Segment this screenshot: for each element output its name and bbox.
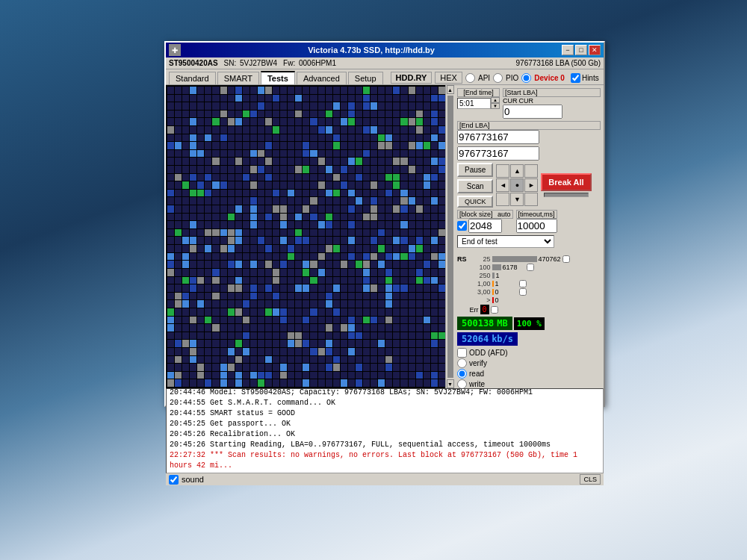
break-all-button[interactable]: Break All	[541, 173, 591, 191]
arrow-dl[interactable]	[496, 193, 509, 206]
grid-cell	[258, 261, 264, 268]
hints-checkbox[interactable]	[571, 73, 580, 83]
log-area[interactable]: 20:44:45 Get passport... OK20:44:46 Mode…	[166, 388, 604, 473]
grid-cell	[303, 284, 309, 292]
grid-cell	[258, 166, 264, 173]
auto-checkbox[interactable]	[457, 221, 467, 231]
arrow-dr[interactable]	[524, 193, 538, 206]
end-test-select[interactable]: End of test	[457, 235, 554, 248]
quick-button[interactable]: QUICK	[457, 196, 493, 208]
grid-cell	[228, 300, 235, 308]
block-size-input[interactable]	[468, 219, 502, 233]
grid-cell	[356, 364, 362, 371]
hex-button[interactable]: HEX	[435, 72, 462, 84]
scroll-thumb[interactable]	[447, 96, 453, 378]
hdd-button[interactable]: HDD.RY	[391, 72, 433, 84]
grid-cell	[310, 269, 317, 276]
timeout-input[interactable]	[516, 219, 557, 233]
arrow-left[interactable]: ◄	[496, 178, 509, 192]
grid-cell	[409, 150, 415, 158]
grid-cell	[409, 197, 415, 205]
grid-cell	[243, 372, 249, 379]
err-cb[interactable]	[491, 306, 498, 314]
grid-cell	[220, 317, 227, 324]
pause-button[interactable]: Pause	[457, 163, 493, 177]
grid-cell	[378, 308, 385, 316]
grid-cell	[393, 197, 400, 205]
grid-cell	[400, 174, 407, 181]
tab-setup[interactable]: Setup	[348, 72, 383, 84]
grid-cell	[273, 102, 279, 110]
minimize-button[interactable]: −	[562, 45, 574, 55]
arrow-ur[interactable]	[524, 164, 538, 178]
grid-cell	[348, 118, 355, 125]
arrow-down[interactable]: ▼	[510, 193, 524, 206]
stat-3000-cb[interactable]	[519, 288, 527, 296]
scroll-up[interactable]: ▲	[447, 85, 454, 94]
maximize-button[interactable]: □	[575, 45, 587, 55]
grid-cell	[356, 150, 362, 158]
stat-3000: 3,00 0	[470, 288, 601, 296]
arrow-ul[interactable]	[496, 164, 509, 178]
tab-tests[interactable]: Tests	[261, 71, 295, 84]
device-radio[interactable]	[521, 73, 531, 83]
grid-cell	[416, 245, 423, 252]
grid-cell	[371, 166, 377, 173]
grid-cell	[393, 190, 400, 197]
grid-cell	[318, 102, 325, 110]
grid-cell	[212, 317, 219, 324]
grid-cell	[409, 317, 415, 324]
stat-25-bar	[492, 256, 537, 262]
grid-cell	[220, 261, 227, 268]
grid-cell	[220, 293, 227, 300]
tab-standard[interactable]: Standard	[169, 72, 216, 84]
end-time-down[interactable]: ▼	[491, 103, 500, 109]
end-time-spinbox[interactable]: ▲ ▼	[457, 97, 500, 109]
grid-cell	[378, 111, 385, 118]
stat-25-cb[interactable]	[562, 255, 570, 263]
tab-advanced[interactable]: Advanced	[297, 72, 347, 84]
grid-cell	[409, 158, 415, 165]
scroll-bar[interactable]: ▲ ▼	[445, 85, 454, 388]
close-button[interactable]: ✕	[589, 45, 601, 55]
read-radio[interactable]	[457, 369, 467, 379]
start-lba-input[interactable]	[503, 105, 562, 119]
verify-radio[interactable]	[457, 358, 467, 368]
grid-cell	[250, 293, 257, 300]
stat-100-cb[interactable]	[527, 264, 534, 271]
end-lba-input[interactable]	[457, 130, 539, 144]
end-time-input[interactable]	[457, 98, 491, 109]
cls-button[interactable]: CLS	[580, 474, 601, 485]
pio-radio[interactable]	[493, 73, 503, 83]
stat-1000-cb[interactable]	[519, 280, 527, 287]
grid-cell	[333, 174, 340, 181]
odd-checkbox[interactable]	[457, 348, 467, 358]
grid-cell	[220, 269, 227, 276]
grid-cell	[243, 87, 249, 94]
grid-cell	[280, 284, 287, 292]
arrow-right[interactable]: ►	[524, 178, 538, 192]
stat-25: 25 470762	[470, 255, 601, 263]
sound-checkbox[interactable]	[169, 475, 179, 485]
grid-cell	[295, 284, 302, 292]
grid-cell	[371, 308, 377, 316]
log-entry: 20:44:55 SMART status = GOOD	[170, 408, 600, 419]
grid-cell	[348, 364, 355, 371]
grid-cell	[205, 348, 211, 355]
scroll-down[interactable]: ▼	[447, 379, 454, 388]
tab-smart[interactable]: SMART	[217, 72, 259, 84]
write-radio[interactable]	[457, 379, 467, 388]
grid-cell	[385, 205, 392, 213]
grid-cell	[416, 221, 423, 228]
scan-button[interactable]: Scan	[457, 179, 493, 193]
arrow-up[interactable]: ▲	[510, 164, 524, 178]
grid-cell	[190, 166, 196, 173]
grid-cell	[265, 324, 272, 332]
api-radio[interactable]	[465, 73, 475, 83]
grid-cell	[416, 340, 423, 347]
grid-cell	[318, 87, 325, 94]
arrow-center[interactable]: ●	[510, 178, 524, 192]
end-time-up[interactable]: ▲	[491, 97, 500, 103]
grid-cell	[175, 111, 182, 118]
grid-cell	[258, 197, 264, 205]
